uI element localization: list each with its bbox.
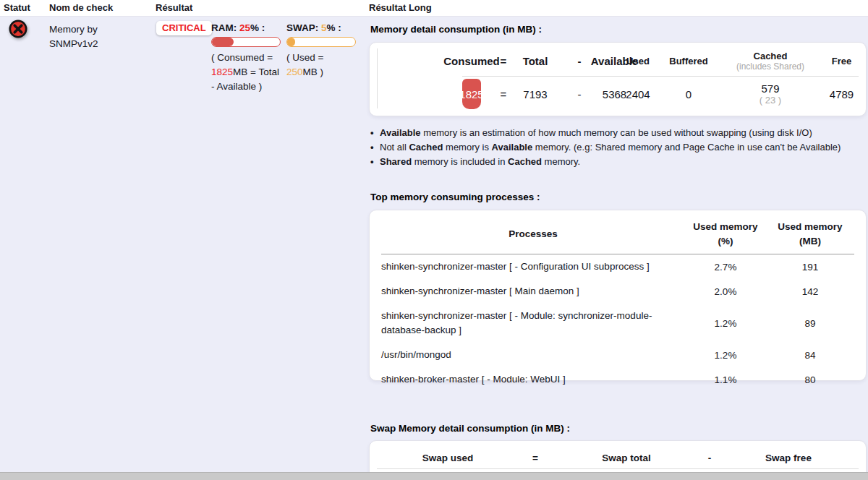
memory-value-consumed-wrap: 1825 (462, 77, 481, 111)
ram-note-value: 1825 (211, 67, 233, 77)
memory-value-cached-main: 579 (761, 82, 779, 95)
swap-note-prefix: ( Used = (286, 52, 323, 63)
long-result-column: Memory detail consumption (in MB) : Cons… (369, 16, 867, 480)
column-header-resultat-long: Résultat Long (369, 2, 432, 13)
swap-progress-fill (287, 38, 295, 46)
process-row-mb: 80 (766, 367, 854, 392)
process-row-name: shinken-synchronizer-master [ - Configur… (381, 254, 685, 279)
column-header-resultat: Résultat (156, 2, 192, 13)
memory-table-divider (377, 48, 378, 108)
ram-note-prefix: ( Consumed = (211, 52, 273, 63)
swap-header-used: Swap used (377, 447, 519, 469)
process-row-pct: 1.2% (685, 304, 766, 343)
memory-value-cached: 579 ( 23 ) (716, 77, 825, 111)
memory-detail-table: Consumed = Total - Available Used Buffer… (369, 42, 867, 116)
processes-header-mb-line2: (MB) (799, 234, 821, 249)
memory-header-cached-label: Cached (754, 51, 788, 61)
memory-header-free: Free (825, 46, 859, 77)
processes-table: Processes Used memory (%) Used memory (M… (369, 210, 867, 381)
swap-metric: SWAP: 5% : ( Used = 250MB ) (286, 22, 356, 80)
processes-header-name: Processes (381, 215, 685, 254)
memory-header-used: Used (615, 46, 661, 77)
swap-note-suffix: MB ) (303, 67, 324, 77)
check-detail-screen: Statut Nom de check Résultat Résultat Lo… (0, 0, 868, 480)
process-row-name: shinken-synchronizer-master [ Main daemo… (381, 279, 685, 304)
processes-header-pct: Used memory (%) (685, 215, 766, 254)
memory-notes: Available memory is an estimation of how… (369, 126, 867, 169)
ram-label: RAM: (211, 22, 237, 33)
column-header-statut: Statut (4, 2, 30, 13)
swap-header-free: Swap free (718, 447, 859, 469)
status-badge: CRITICAL (156, 21, 212, 35)
process-row-pct: 1.2% (685, 343, 766, 367)
swap-title: SWAP: 5% : (286, 22, 356, 33)
process-row-mb: 142 (766, 279, 854, 304)
memory-header-consumed: Consumed (462, 46, 481, 77)
check-name: Memory by SNMPv1v2 (49, 22, 143, 51)
memory-header-eq: = (481, 46, 526, 77)
swap-header-eq: = (519, 447, 552, 469)
swap-note: ( Used = 250MB ) (286, 51, 356, 80)
swap-header-total: Swap total (552, 447, 701, 469)
processes-table-title: Top memory consuming processes : (370, 169, 867, 202)
processes-header-mb-line1: Used memory (778, 220, 842, 234)
memory-header-cached: Cached (includes Shared) (716, 46, 825, 77)
swap-header-minus: - (701, 447, 718, 469)
memory-value-total: 7193 (526, 77, 545, 111)
memory-value-buffered: 0 (661, 77, 716, 111)
memory-value-consumed: 1825 (462, 79, 481, 109)
memory-value-free: 4789 (825, 77, 859, 111)
processes-header-pct-line2: (%) (718, 234, 733, 249)
ram-percent-suffix: % : (250, 22, 265, 33)
swap-percent-suffix: % : (327, 22, 341, 33)
memory-table-title: Memory detail consumption (in MB) : (370, 16, 867, 35)
process-row-pct: 1.1% (685, 367, 766, 392)
process-row-mb: 89 (766, 304, 854, 343)
memory-value-cached-shared: ( 23 ) (760, 95, 781, 106)
swap-progress-bar (286, 37, 356, 47)
list-header: Statut Nom de check Résultat Résultat Lo… (0, 0, 868, 17)
memory-note-available: Available memory is an estimation of how… (369, 126, 867, 140)
swap-percent: 5 (321, 22, 327, 33)
process-row-pct: 2.7% (685, 254, 766, 279)
column-header-nom-de-check: Nom de check (49, 2, 113, 13)
processes-header-mb: Used memory (MB) (766, 215, 854, 254)
process-row-name: /usr/bin/mongod (381, 343, 685, 367)
swap-note-value: 250 (286, 67, 303, 77)
memory-header-total: Total (526, 46, 545, 77)
memory-note-cached: Not all Cached memory is Available memor… (369, 140, 867, 155)
ram-note: ( Consumed = 1825MB = Total - Available … (211, 51, 281, 94)
memory-value-used: 2404 (615, 77, 661, 111)
processes-header-pct-line1: Used memory (693, 220, 757, 234)
memory-header-buffered: Buffered (661, 46, 716, 77)
ram-metric: RAM: 25% : ( Consumed = 1825MB = Total -… (211, 22, 281, 94)
process-row-mb: 84 (766, 343, 854, 367)
process-row-name: shinken-broker-master [ - Module: WebUI … (381, 367, 685, 392)
critical-x-icon (8, 19, 28, 39)
memory-value-eq: = (481, 77, 526, 111)
ram-progress-fill (212, 38, 234, 46)
swap-label: SWAP: (286, 22, 318, 33)
process-row-mb: 191 (766, 254, 854, 279)
horizontal-scrollbar[interactable] (0, 472, 868, 480)
ram-percent: 25 (239, 22, 250, 33)
ram-title: RAM: 25% : (211, 22, 281, 33)
ram-progress-bar (211, 37, 281, 47)
process-row-pct: 2.0% (685, 279, 766, 304)
process-row-name: shinken-synchronizer-master [ - Module: … (381, 304, 685, 343)
memory-header-cached-note: (includes Shared) (736, 61, 804, 72)
memory-note-shared: Shared memory is included in Cached memo… (369, 155, 867, 169)
